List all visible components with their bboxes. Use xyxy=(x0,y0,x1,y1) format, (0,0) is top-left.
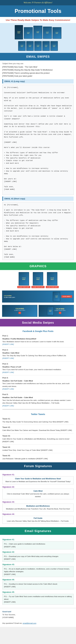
divider-t4 xyxy=(3,453,73,453)
forum-sig-1-label: Signature #1: xyxy=(3,474,73,476)
hero-book-5: CALMMIND xyxy=(52,27,61,39)
email-sig-5-body: P.S. – Try out 'Calm Mind' that covers m… xyxy=(4,596,72,603)
email-sig-5-box: P.S. – Try out 'Calm Mind' that covers m… xyxy=(3,594,73,605)
sq-btn-1[interactable]: » xyxy=(19,312,21,314)
graphic-book-cover-2: CALMMIND xyxy=(33,272,43,286)
tweet-3-label: Tweet #3: xyxy=(3,435,73,437)
tagline: Use These Ready-Made Swipes To Make Easy… xyxy=(0,17,76,23)
email-sig-5: Signature #5: P.S. – Try out 'Calm Mind'… xyxy=(3,591,73,605)
page-title: Promotional Tools xyxy=(2,8,74,14)
sq-sub-2: CLAIM YOUR COPY xyxy=(54,310,66,311)
post-item-4: Post 4: Headline: Get Full Guide – Calm … xyxy=(3,377,73,390)
forum-sig-3-body: Meditation and Mindfulness Can Transform… xyxy=(4,508,72,510)
claim-btn-3[interactable]: CLAIM YOUR COPY xyxy=(46,286,59,288)
subject-label: Subject lines you may use: xyxy=(3,62,73,64)
forum-sig-4-body: Learn why Discover Valley Start Ups Are … xyxy=(4,520,72,522)
banner-sq-2: CALMMIND CALM MIND CLAIM YOUR COPY » xyxy=(39,305,74,317)
hero-book-title-6: CALMMIND xyxy=(20,44,23,47)
graphic-book-text-3: CALMMIND xyxy=(50,277,54,280)
post-3-headline-text: Headline: Peace of self xyxy=(3,366,21,368)
email-sig-3-label: Signature #3: xyxy=(3,563,73,566)
email1-title: EMAIL #1 (Long copy) xyxy=(3,79,73,84)
banner-click-btn[interactable]: CLICK HERE » xyxy=(61,295,72,298)
email-sig-2-label: Signature #2: xyxy=(3,551,73,553)
post-4-link: [INSERT LINK] xyxy=(3,388,73,390)
forum-sig-2-label: Signature #2: xyxy=(3,486,73,488)
email-sig-content: Signature #1: P.S. – Claim your guide to… xyxy=(0,535,76,608)
forum-sig-3-label: Signature #3: xyxy=(3,501,73,503)
email-sig-4: Signature #4: P.S. – Goodbye to stress! … xyxy=(3,578,73,590)
social-swipes-header: Social Media Swipes xyxy=(0,319,76,326)
hero-book-title-9: CALMMIND xyxy=(44,44,48,47)
claim-btn-2[interactable]: CLAIM YOUR COPY xyxy=(31,286,44,288)
footer-questions-label: Any questions? Email me: xyxy=(3,622,22,624)
hero-book-title-2: CALMMIND xyxy=(27,32,30,34)
banner-book-img: CALMMIND xyxy=(53,292,60,301)
tweet-item-5: Tweet #5: Just Released: 'Ultimate guide… xyxy=(3,455,73,460)
forum-sig-4: Signature #4: Full Guide Learn why Disco… xyxy=(3,513,73,524)
hero-book-7: CALMMIND xyxy=(26,41,34,51)
tweet-2-label: Tweet #2: xyxy=(3,426,73,428)
footer-name: [YOUR NAME] xyxy=(3,616,73,619)
hero-book-group: CALMMIND CALMMIND CALMMIND CALMMIND xyxy=(24,26,61,39)
tweet-2-body: Calm Mind Can Make You Calmer and Happie… xyxy=(3,429,73,432)
subject-3: [FIRSTNAME] There's something special ab… xyxy=(3,72,73,74)
footer-email-link[interactable]: email@email.com xyxy=(23,622,36,624)
footer-to-success: To Your Success, xyxy=(3,613,73,616)
post-2-body: Text: The Step-By-Step Guide To Calming … xyxy=(3,354,73,357)
tweet-item-2: Tweet #2: Calm Mind Can Make You Calmer … xyxy=(3,426,73,432)
forum-sig-3: Signature #3: Meditation and Mindfulness… xyxy=(3,501,73,512)
forum-sig-3-headline: Meditation and Mindfulness xyxy=(4,505,72,507)
forum-sig-1-body: Want to Learn to Meditate and Experience… xyxy=(4,480,72,483)
sq-btn-2[interactable]: » xyxy=(59,312,61,314)
forum-sig-2: Signature #2: Calm Mind Click to downloa… xyxy=(3,486,73,499)
post-3-body: Text: If you want full control of your b… xyxy=(3,368,73,371)
hero-book-4: CALMMIND xyxy=(43,26,52,39)
forum-sig-2-box: Calm Mind Click to download 'Calm Mind' … xyxy=(3,489,73,499)
forum-sig-header: Forum Signatures xyxy=(0,462,76,470)
hero-book-group-2: CALMMIND CALMMIND CALMMIND CALMMIND CALM… xyxy=(18,41,58,51)
header-welcome-text: Welcome JV Partners & Affiliates! xyxy=(24,2,52,4)
graphic-book-3: CALMMIND CLAIM YOUR COPY xyxy=(46,272,59,288)
hero-book-title-7: CALMMIND xyxy=(28,44,31,47)
hero-book-2: CALMMIND xyxy=(24,27,33,39)
divider-4 xyxy=(3,392,73,392)
post-item-1: Post 1: Headline: Fruitful Meditation De… xyxy=(3,335,73,346)
subject-2: [FIRSTNAME] Sharing this Step By Step Gu… xyxy=(3,68,73,72)
email2-title: EMAIL #2 (Short copy) xyxy=(3,196,73,201)
email-sig-4-box: P.S. – Goodbye to stress! Get instant ac… xyxy=(3,581,73,590)
divider-t2 xyxy=(3,433,73,434)
sq-title-2: CALM MIND xyxy=(56,308,64,310)
tweet-1-label: Tweet #1: xyxy=(3,418,73,420)
hero-book-title-4: CALMMIND xyxy=(46,31,49,34)
tweet-4-body: Limited Time Only -Grab Your Copy of 'Ca… xyxy=(3,449,73,452)
claim-btn-1[interactable]: CLAIM YOUR COPY xyxy=(17,286,30,288)
email2-body: Hi [Firstname], I want to introduce to y… xyxy=(3,202,73,260)
post-item-2: Post 2: Headline: Calm Mind Text: The St… xyxy=(3,349,73,360)
email-sig-1-body: P.S. – Claim your guide to meditation an… xyxy=(4,543,46,548)
post-1-headline-text: Headline: Fruitful Meditation Demystifie… xyxy=(3,338,36,340)
header-top-banner: Welcome JV Partners & Affiliates! xyxy=(0,0,76,5)
email-sig-2-body: P.S. – Download your copy of Calm Mind t… xyxy=(4,556,58,560)
post-5-link: [INSERT LINK] xyxy=(3,404,73,407)
post-4-headline: Headline: Get Full Guide – Calm Mind xyxy=(3,380,73,382)
tweet-1-body: The Step By Step Guide To Overcoming Str… xyxy=(3,420,73,423)
sq-book-cover-2: CALMMIND xyxy=(47,306,54,315)
forum-sig-3-box: Meditation and Mindfulness Meditation an… xyxy=(3,504,73,512)
email1-body: Hi [Firstname], Conventional Solution? I… xyxy=(3,85,73,195)
email-swipes-header: EMAIL SWIPES xyxy=(0,53,76,60)
email-swipes-content: Subject lines you may use: [FIRSTNAME] N… xyxy=(0,60,76,262)
hero-image-area: CALMMIND CALMMIND CALMMIND CALMMIND CALM… xyxy=(0,23,76,53)
graphic-book-cover-1: CALMMIND xyxy=(19,272,29,286)
email-sig-3-body: P.S. – It's an in-depth guide to meditat… xyxy=(4,568,70,575)
email-sig-3: Signature #3: P.S. – It's an in-depth gu… xyxy=(3,563,73,577)
post-2-label: Post 2: xyxy=(3,349,73,351)
post-item-3: Post 3: Headline: Peace of self Text: If… xyxy=(3,363,73,374)
graphics-header: GRAPHICS xyxy=(0,262,76,270)
sq-text-2: CALM MIND CLAIM YOUR COPY » xyxy=(54,308,66,314)
hero-book-title-3: CALMMIND xyxy=(36,31,39,34)
banner-right: CALMMIND CLICK HERE » xyxy=(53,292,72,301)
divider-1 xyxy=(3,347,73,348)
hero-book-3: CALMMIND xyxy=(33,26,42,39)
tweet-5-body: Just Released: 'Ultimate guide to medita… xyxy=(3,457,73,460)
